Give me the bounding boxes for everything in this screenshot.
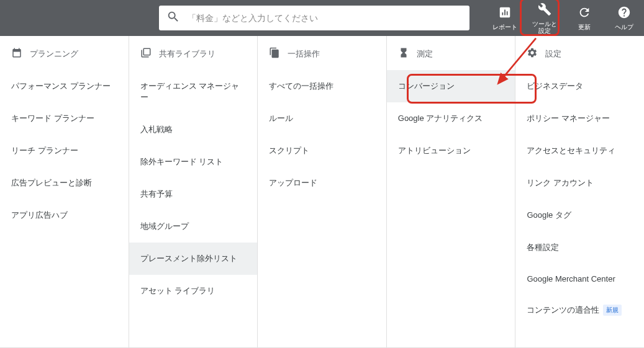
planning-icon	[11, 47, 22, 60]
tools-menu-panel: プランニング パフォーマンス プランナー キーワード プランナー リーチ プラン…	[0, 36, 644, 348]
item-google-analytics[interactable]: Google アナリティクス	[387, 102, 515, 135]
refresh-button[interactable]: 更新	[565, 0, 604, 36]
item-audience-manager[interactable]: オーディエンス マネージャー	[129, 70, 258, 114]
header-settings: 設定	[515, 36, 644, 70]
hourglass-icon	[398, 47, 409, 60]
item-link-account[interactable]: リンク アカウント	[515, 167, 644, 199]
help-label: ヘルプ	[615, 24, 633, 30]
col-measure: 測定 コンバージョン Google アナリティクス アトリビューション	[387, 36, 516, 347]
item-policy-manager[interactable]: ポリシー マネージャー	[515, 102, 644, 135]
item-access-security[interactable]: アクセスとセキュリティ	[515, 135, 644, 167]
item-location-groups[interactable]: 地域グループ	[129, 210, 258, 243]
topbar-actions: レポート ツールと 設定 更新 ヘルプ	[485, 0, 644, 36]
report-label: レポート	[492, 24, 517, 30]
item-shared-budget[interactable]: 共有予算	[129, 178, 258, 210]
bar-chart-icon	[498, 6, 512, 22]
tools-settings-button[interactable]: ツールと 設定	[525, 0, 565, 36]
item-merchant-center[interactable]: Google Merchant Center	[515, 264, 644, 294]
search-input[interactable]	[188, 13, 462, 23]
header-planning-label: プランニング	[30, 48, 78, 60]
item-negative-keywords[interactable]: 除外キーワード リスト	[129, 146, 258, 178]
header-library: 共有ライブラリ	[129, 36, 258, 70]
refresh-label: 更新	[578, 24, 591, 30]
help-button[interactable]: ヘルプ	[604, 0, 644, 36]
col-library: 共有ライブラリ オーディエンス マネージャー 入札戦略 除外キーワード リスト …	[129, 36, 258, 347]
item-upload[interactable]: アップロード	[258, 167, 386, 199]
search-icon	[166, 10, 188, 26]
item-bid-strategy[interactable]: 入札戦略	[129, 114, 258, 146]
gear-icon	[527, 47, 538, 60]
header-bulk-label: 一括操作	[288, 48, 320, 60]
header-bulk: 一括操作	[258, 36, 386, 70]
item-content-suitability[interactable]: コンテンツの適合性 新規	[515, 294, 644, 326]
item-attribution[interactable]: アトリビューション	[387, 135, 515, 167]
col-bulk: 一括操作 すべての一括操作 ルール スクリプト アップロード	[258, 36, 387, 347]
item-scripts[interactable]: スクリプト	[258, 135, 386, 167]
search-box[interactable]	[159, 6, 469, 30]
item-performance-planner[interactable]: パフォーマンス プランナー	[0, 70, 129, 102]
item-google-tag[interactable]: Google タグ	[515, 199, 644, 231]
help-icon	[617, 6, 631, 22]
item-ad-preview[interactable]: 広告プレビューと診断	[0, 167, 129, 199]
report-button[interactable]: レポート	[485, 0, 525, 36]
header-settings-label: 設定	[545, 48, 561, 60]
header-library-label: 共有ライブラリ	[159, 48, 215, 60]
item-conversion[interactable]: コンバージョン	[387, 70, 515, 102]
bulk-icon	[269, 47, 280, 60]
wrench-icon	[538, 2, 551, 19]
item-all-bulk[interactable]: すべての一括操作	[258, 70, 386, 102]
item-app-ads-hub[interactable]: アプリ広告ハブ	[0, 199, 129, 231]
refresh-icon	[578, 6, 591, 22]
col-settings: 設定 ビジネスデータ ポリシー マネージャー アクセスとセキュリティ リンク ア…	[515, 36, 644, 347]
item-rules[interactable]: ルール	[258, 102, 386, 135]
item-keyword-planner[interactable]: キーワード プランナー	[0, 102, 129, 135]
content-suitability-label: コンテンツの適合性	[527, 305, 599, 316]
header-measure: 測定	[387, 36, 515, 70]
header-measure-label: 測定	[417, 48, 433, 60]
item-asset-library[interactable]: アセット ライブラリ	[129, 275, 258, 307]
topbar: レポート ツールと 設定 更新 ヘルプ	[0, 0, 644, 36]
item-business-data[interactable]: ビジネスデータ	[515, 70, 644, 102]
library-icon	[140, 47, 152, 60]
item-reach-planner[interactable]: リーチ プランナー	[0, 135, 129, 167]
item-various-settings[interactable]: 各種設定	[515, 231, 644, 264]
item-placement-exclusion[interactable]: プレースメント除外リスト	[129, 243, 258, 275]
col-planning: プランニング パフォーマンス プランナー キーワード プランナー リーチ プラン…	[0, 36, 129, 347]
header-planning: プランニング	[0, 36, 129, 70]
new-badge: 新規	[603, 305, 622, 316]
tools-label: ツールと 設定	[532, 20, 557, 34]
